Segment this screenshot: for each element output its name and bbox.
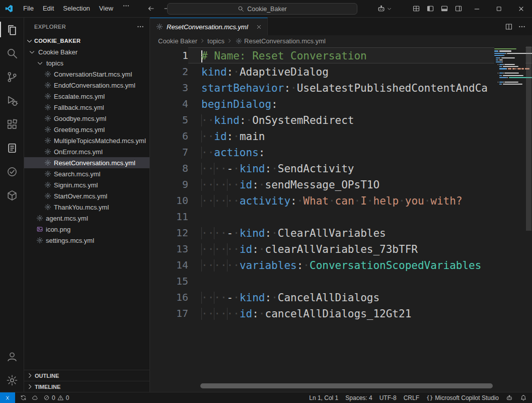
tree-item-icon-png[interactable]: icon.png [24,224,149,235]
tree-item-settings-mcs-yml[interactable]: settings.mcs.yml [24,235,149,246]
breadcrumb-item[interactable]: topics [207,37,224,45]
code-line-4[interactable]: 4beginDialog: [150,96,532,112]
tree-item-escalate-mcs-yml[interactable]: Escalate.mcs.yml [24,91,149,102]
activity-run-and-debug-button[interactable] [0,89,24,112]
tab-resetconversation[interactable]: ResetConversation.mcs.yml [150,18,268,35]
activity-power-platform-button[interactable] [0,183,24,207]
customize-layout-button[interactable] [409,2,423,15]
tree-item-conversationstart-mcs-yml[interactable]: ConversationStart.mcs.yml [24,69,149,80]
tree-item-fallback-mcs-yml[interactable]: Fallback.mcs.yml [24,102,149,113]
minimap[interactable] [494,47,525,392]
toggle-primary-sidebar-button[interactable] [423,2,437,15]
tree-item-label: Signin.mcs.yml [54,181,98,189]
menu-selection[interactable]: Selection [58,2,94,15]
toggle-panel-button[interactable] [437,2,451,15]
remote-indicator[interactable] [0,392,15,403]
menu-overflow[interactable] [118,2,134,15]
tree-item-startover-mcs-yml[interactable]: StartOver.mcs.yml [24,190,149,202]
menu-edit[interactable]: Edit [38,2,58,15]
activity-explorer-button[interactable] [0,18,24,41]
menu-file[interactable]: File [19,2,38,15]
copilot-status-icon[interactable] [506,394,513,401]
copilot-menu-button[interactable] [373,5,396,13]
tree-item-label: Goodbye.mcs.yml [54,115,106,122]
split-editor-icon[interactable] [505,23,513,31]
more-actions-icon[interactable] [136,23,144,31]
tree-item-thankyou-mcs-yml[interactable]: ThankYou.mcs.yml [24,202,149,213]
tree-item-cookie-baker[interactable]: Cookie Baker [24,46,149,57]
notifications-bell-icon[interactable] [520,394,527,401]
outline-section-header[interactable]: OUTLINE [24,370,149,381]
code-line-1[interactable]: 1# Name: Reset Conversation [150,47,532,63]
code-line-9[interactable]: 9······id:·sendMessage_OPsT1O [150,176,532,192]
line-number: 5 [150,112,188,128]
maximize-button[interactable] [488,0,510,17]
tree-item-label: topics [46,59,63,67]
menu-view[interactable]: View [95,2,118,15]
chevron-right-icon [199,38,205,44]
close-tab-icon[interactable] [256,24,262,30]
activity-manage-button[interactable] [0,368,24,392]
breadcrumb-item[interactable]: ResetConversation.mcs.yml [244,37,326,45]
command-center-search[interactable]: Cookie_Baker [167,3,357,15]
code-line-7[interactable]: 7··actions: [150,144,532,160]
indentation-setting[interactable]: Spaces: 4 [345,394,372,401]
breadcrumb-item[interactable]: Cookie Baker [158,37,197,45]
yml-file-icon [44,93,51,100]
tree-item-search-mcs-yml[interactable]: Search.mcs.yml [24,168,149,179]
yml-file-icon [44,71,51,78]
tree-item-agent-mcs-yml[interactable]: agent.mcs.yml [24,213,149,224]
code-line-content: ····-·kind:·CancelAllDialogs [188,289,532,305]
code-line-content: ··kind:·OnSystemRedirect [188,112,532,128]
code-line-3[interactable]: 3startBehavior:·UseLatestPublishedConten… [150,80,532,96]
timeline-section-header[interactable]: TIMELINE [24,381,149,392]
tree-item-onerror-mcs-yml[interactable]: OnError.mcs.yml [24,146,149,157]
code-line-2[interactable]: 2kind:·AdaptiveDialog [150,63,532,80]
code-line-6[interactable]: 6··id:·main [150,128,532,144]
code-line-15[interactable]: 15 [150,273,532,289]
code-line-10[interactable]: 10······activity:·What·can·I·help·you·wi… [150,192,532,209]
horizontal-scrollbar[interactable] [200,383,493,388]
vertical-scrollbar[interactable] [526,46,531,231]
cloud-button[interactable] [32,394,38,401]
minimize-button[interactable] [466,0,488,17]
tree-item-goodbye-mcs-yml[interactable]: Goodbye.mcs.yml [24,113,149,124]
activity-accounts-button[interactable] [0,345,24,368]
error-count: 0 [52,394,55,401]
more-actions-icon[interactable] [518,23,526,31]
language-mode[interactable]: {} Microsoft Copilot Studio [426,394,499,401]
code-line-16[interactable]: 16····-·kind:·CancelAllDialogs [150,289,532,305]
code-line-11[interactable]: 11 [150,209,532,225]
code-line-8[interactable]: 8····-·kind:·SendActivity [150,160,532,176]
code-area[interactable]: 1# Name: Reset Conversation2kind:·Adapti… [150,46,532,392]
sync-button[interactable] [20,394,27,401]
activity-extensions-button[interactable] [0,112,24,136]
activity-search-button[interactable] [0,41,24,65]
workspace-root-item[interactable]: COOKIE_BAKER [24,35,149,46]
cursor-position[interactable]: Ln 1, Col 1 [309,394,338,401]
toggle-secondary-sidebar-button[interactable] [451,2,466,15]
code-line-14[interactable]: 14······variables:·ConversationScopedVar… [150,257,532,273]
encoding-setting[interactable]: UTF-8 [379,394,397,401]
code-line-17[interactable]: 17······id:·cancelAllDialogs_12Gt21 [150,305,532,321]
activity-source-control-button[interactable] [0,65,24,89]
problems-indicator[interactable]: 0 0 [43,394,69,401]
activity-testing-button[interactable] [0,160,24,183]
code-line-12[interactable]: 12····-·kind:·ClearAllVariables [150,225,532,241]
remote-icon [4,394,11,401]
back-button[interactable] [145,3,157,14]
activity-copilot-studio-button[interactable] [0,136,24,160]
tree-item-topics[interactable]: topics [24,57,149,69]
tree-item-endofconversation-mcs-yml[interactable]: EndofConversation.mcs.yml [24,80,149,91]
close-window-button[interactable] [510,0,532,17]
line-number: 1 [150,47,188,63]
tree-item-greeting-mcs-yml[interactable]: Greeting.mcs.yml [24,124,149,135]
eol-setting[interactable]: CRLF [404,394,419,401]
tree-item-signin-mcs-yml[interactable]: Signin.mcs.yml [24,179,149,190]
code-line-5[interactable]: 5··kind:·OnSystemRedirect [150,112,532,128]
tab-bar: ResetConversation.mcs.yml [150,18,532,35]
tree-item-multipletopicsmatched-mcs-yml[interactable]: MultipleTopicsMatched.mcs.yml [24,135,149,146]
tree-item-resetconversation-mcs-yml[interactable]: ResetConversation.mcs.yml [24,157,149,168]
code-line-13[interactable]: 13······id:·clearAllVariables_73bTFR [150,241,532,257]
tree-item-label: OnError.mcs.yml [54,148,103,156]
